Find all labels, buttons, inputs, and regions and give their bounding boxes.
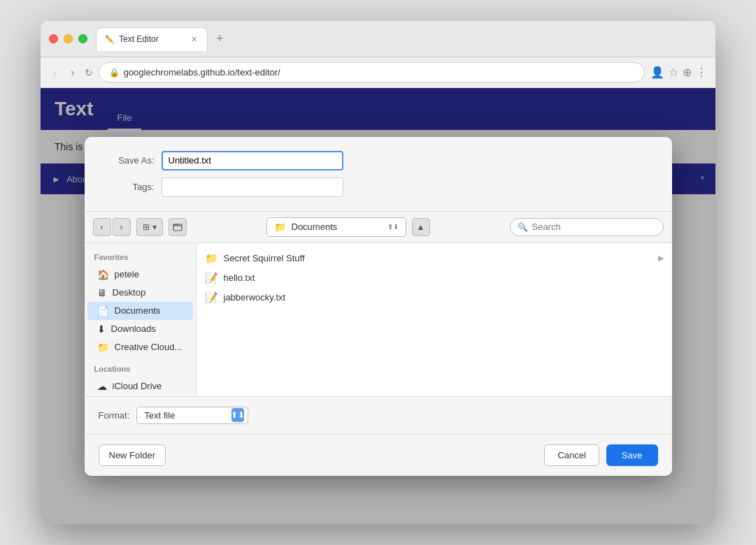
sidebar-item-desktop[interactable]: 🖥 Desktop	[87, 284, 193, 302]
format-label: Format:	[99, 410, 130, 421]
account-icon-button[interactable]: 👤	[650, 66, 664, 79]
view-selector[interactable]: ⊞ ▾	[136, 218, 163, 236]
location-folder-icon: 📁	[274, 221, 286, 233]
search-box[interactable]: 🔍	[510, 218, 664, 236]
save-dialog: Save As: Tags: ‹ › ⊞	[85, 137, 672, 476]
sidebar-item-documents-label: Documents	[115, 305, 161, 316]
sidebar-item-desktop-label: Desktop	[113, 287, 146, 298]
traffic-lights	[49, 34, 87, 43]
sidebar-item-petele-label: petele	[115, 269, 139, 279]
sidebar-item-downloads[interactable]: ⬇ Downloads	[87, 320, 193, 338]
file-browser-body: Favorites 🏠 petele 🖥 Desktop 📄 Documents	[85, 243, 672, 397]
toolbar-back-button[interactable]: ‹	[93, 218, 111, 236]
format-select[interactable]: Text file HTML file Markdown	[136, 407, 248, 424]
tab-bar: ✏️ Text Editor × +	[96, 27, 707, 51]
desktop-icon: 🖥	[97, 287, 107, 298]
icloud-icon: ☁	[97, 381, 107, 392]
address-bar: ‹ › ↻ 🔒 googlechromelabs.github.io/text-…	[41, 57, 715, 88]
cancel-button[interactable]: Cancel	[544, 444, 599, 466]
downloads-icon: ⬇	[97, 324, 106, 335]
back-button[interactable]: ‹	[49, 64, 61, 82]
sidebar-item-creative-cloud-label: Creative Cloud...	[115, 342, 183, 352]
sidebar: Favorites 🏠 petele 🖥 Desktop 📄 Documents	[85, 243, 197, 396]
location-chevron-icon: ⬆⬇	[387, 223, 399, 231]
tags-label: Tags:	[99, 182, 155, 192]
tab-close-button[interactable]: ×	[190, 34, 199, 45]
current-folder-label: Documents	[292, 221, 338, 232]
tab-title: Text Editor	[119, 34, 159, 44]
svg-rect-0	[173, 224, 182, 231]
dialog-actions: Cancel Save	[544, 444, 657, 466]
format-section: Format: Text file HTML file Markdown ⬆⬇	[85, 397, 672, 435]
creative-cloud-icon: 📁	[97, 342, 109, 353]
file-item-label: Secret Squirrel Stuff	[224, 253, 305, 263]
maximize-traffic-light[interactable]	[78, 34, 87, 43]
format-select-wrapper: Text file HTML file Markdown ⬆⬇	[136, 407, 248, 424]
minimize-traffic-light[interactable]	[64, 34, 73, 43]
locations-label: Locations	[85, 363, 196, 377]
folder-arrow-icon: ▶	[658, 254, 664, 263]
file-item-jabberwocky[interactable]: 📝 jabberwocky.txt	[197, 288, 672, 307]
active-tab[interactable]: ✏️ Text Editor ×	[96, 27, 208, 51]
new-folder-button[interactable]: New Folder	[99, 444, 166, 466]
file-item-secret-squirrel[interactable]: 📁 Secret Squirrel Stuff ▶	[197, 249, 672, 268]
dialog-overlay: Save As: Tags: ‹ › ⊞	[41, 88, 715, 524]
forward-button[interactable]: ›	[66, 64, 78, 82]
save-as-label: Save As:	[99, 155, 155, 166]
sidebar-item-documents[interactable]: 📄 Documents	[87, 302, 193, 320]
expand-button[interactable]: ▲	[412, 218, 430, 236]
close-traffic-light[interactable]	[49, 34, 58, 43]
sidebar-item-icloud[interactable]: ☁ iCloud Drive	[87, 377, 193, 395]
sidebar-item-downloads-label: Downloads	[111, 324, 156, 334]
tags-row: Tags:	[99, 177, 658, 197]
new-folder-toolbar-button[interactable]	[169, 218, 187, 236]
sidebar-item-creative-cloud[interactable]: 📁 Creative Cloud...	[87, 338, 193, 356]
location-dropdown[interactable]: 📁 Documents ⬆⬇	[266, 217, 406, 237]
sidebar-item-icloud-label: iCloud Drive	[113, 381, 162, 391]
refresh-button[interactable]: ↻	[85, 67, 93, 78]
address-actions: 👤 ☆ ⊕ ⋮	[650, 66, 707, 79]
search-input[interactable]	[532, 221, 630, 232]
url-text: googlechromelabs.github.io/text-editor/	[124, 67, 280, 78]
bookmark-icon-button[interactable]: ☆	[669, 66, 678, 79]
save-button[interactable]: Save	[606, 444, 658, 466]
search-icon: 🔍	[518, 222, 528, 232]
profile-icon-button[interactable]: ⊕	[683, 66, 692, 79]
save-as-input[interactable]	[162, 151, 343, 170]
page-content: Text File This is a n Save As: Tags:	[41, 88, 715, 524]
new-tab-button[interactable]: +	[211, 29, 229, 49]
file-item-hello[interactable]: 📝 hello.txt	[197, 268, 672, 288]
toolbar-forward-button[interactable]: ›	[113, 218, 131, 236]
title-bar: ✏️ Text Editor × +	[41, 21, 715, 57]
text-file-icon: 📝	[205, 291, 218, 304]
lock-icon: 🔒	[109, 68, 120, 78]
text-file-icon: 📝	[205, 272, 218, 284]
documents-icon: 📄	[97, 305, 109, 317]
dialog-footer: New Folder Cancel Save	[85, 435, 672, 476]
file-item-label: hello.txt	[224, 272, 255, 283]
file-browser-toolbar: ‹ › ⊞ ▾	[85, 211, 672, 243]
view-columns-icon: ⊞	[143, 222, 150, 232]
view-chevron-icon: ▾	[152, 222, 157, 232]
dialog-header: Save As: Tags:	[85, 137, 672, 211]
url-bar[interactable]: 🔒 googlechromelabs.github.io/text-editor…	[99, 62, 645, 82]
home-icon: 🏠	[97, 269, 109, 280]
browser-window: ✏️ Text Editor × + ‹ › ↻ 🔒 googlechromel…	[41, 21, 715, 524]
tab-favicon-icon: ✏️	[105, 35, 115, 44]
menu-dots-button[interactable]: ⋮	[696, 66, 707, 79]
file-list: 📁 Secret Squirrel Stuff ▶ 📝 hello.txt 📝 …	[197, 243, 672, 396]
tags-input[interactable]	[162, 177, 343, 197]
favorites-label: Favorites	[85, 252, 196, 266]
toolbar-nav-group: ‹ ›	[93, 218, 131, 236]
sidebar-item-petele[interactable]: 🏠 petele	[87, 266, 193, 284]
file-item-label: jabberwocky.txt	[224, 292, 286, 303]
save-as-row: Save As:	[99, 151, 658, 170]
folder-icon: 📁	[205, 252, 218, 265]
